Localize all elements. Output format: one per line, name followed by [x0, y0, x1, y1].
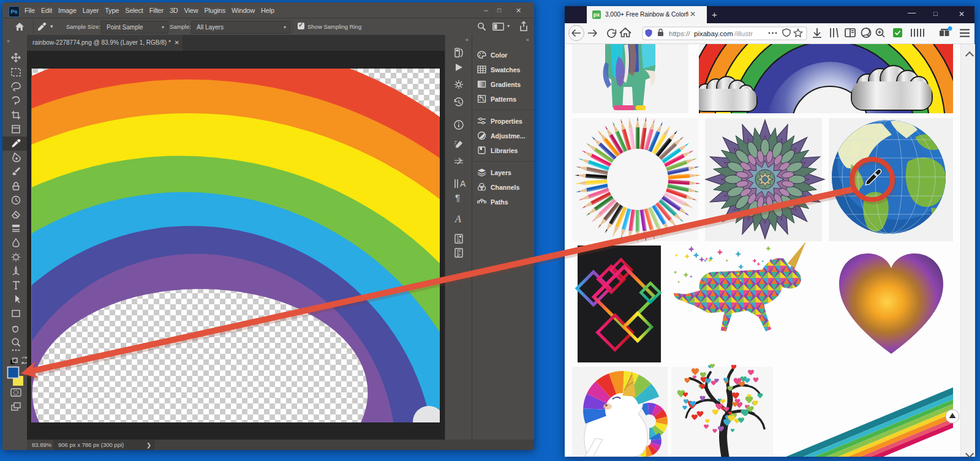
svg-text:¶: ¶ — [455, 192, 460, 203]
svg-text:/illustr: /illustr — [734, 30, 753, 37]
svg-text:A: A — [454, 214, 461, 224]
svg-text:pixabay.com: pixabay.com — [694, 30, 733, 37]
svg-text:https://: https:// — [669, 30, 690, 37]
svg-text:A: A — [460, 179, 466, 189]
